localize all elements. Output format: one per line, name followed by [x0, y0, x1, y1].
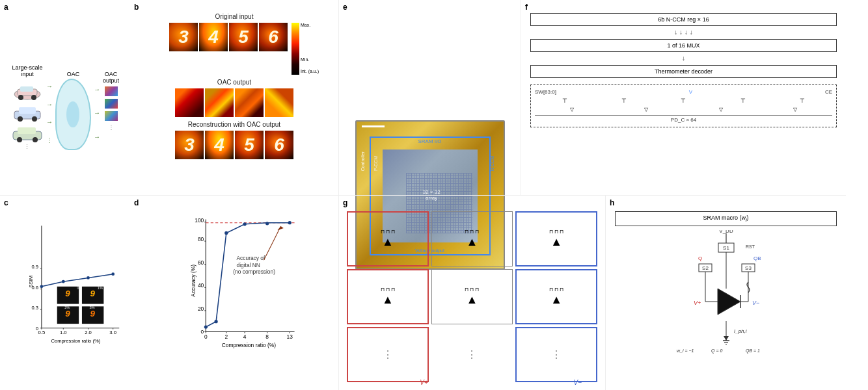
- cell-switches-2-2: ⊓⊓⊓: [465, 287, 479, 292]
- switch-sym-5: ⊤: [800, 98, 805, 104]
- svg-text:V_DD: V_DD: [719, 230, 733, 234]
- car-icon-1: [11, 81, 44, 101]
- arrow-1: →: [46, 83, 53, 90]
- pd-label: PD_C × 64: [671, 117, 696, 123]
- svg-point-11: [17, 137, 22, 142]
- cell-grid: ⊓⊓⊓ ▲ ⊓⊓⊓ ▲ ⊓⊓⊓ ▲ ⊓⊓⊓ ▲ ⊓⊓⊓ ▲ ⊓⊓⊓ ▲: [342, 198, 603, 387]
- reconstruction-title: Reconstruction with OAC output: [188, 121, 280, 128]
- svg-text:2%: 2%: [64, 306, 70, 309]
- digit-4-rec: 4: [205, 131, 234, 159]
- colorbar: [292, 23, 299, 75]
- digit-5-original: 5: [229, 23, 258, 51]
- cell-switches-2-1: ⊓⊓⊓: [381, 287, 395, 292]
- svg-text:100: 100: [195, 217, 204, 224]
- panel-e-label: e: [343, 3, 347, 12]
- svg-point-34: [62, 280, 65, 283]
- digit-5-oac: [235, 88, 264, 117]
- panel-h: h SRAM macro (wi) V_DD S1 RST Q QB: [605, 195, 846, 390]
- svg-text:V+: V+: [694, 300, 701, 306]
- v-plus-label: V+: [420, 379, 428, 386]
- diode-1-3: ▲: [550, 235, 562, 249]
- panel-b: b Original input 3 4 5 6 Max. Min. Int. …: [130, 0, 338, 195]
- svg-text:Q: Q: [698, 255, 702, 261]
- panel-d: d 0 20 40 60 80 100 0 2: [130, 195, 338, 390]
- svg-text:20: 20: [198, 306, 204, 312]
- sw-label: SW[63:0]: [535, 89, 556, 95]
- svg-text:digital NN: digital NN: [237, 262, 260, 268]
- car-icon-3: [11, 123, 44, 142]
- arrow-3: →: [46, 118, 53, 125]
- svg-text:RST: RST: [746, 244, 755, 249]
- svg-point-78: [214, 320, 217, 323]
- panel-c: c 0 0.3 0.6 0.9 0.5 1.0 2.0 3.0: [0, 195, 130, 390]
- svg-text:8: 8: [265, 333, 269, 340]
- svg-text:2: 2: [224, 333, 228, 340]
- svg-text:4: 4: [243, 333, 247, 340]
- digit-6-rec: 6: [265, 131, 293, 159]
- svg-point-3: [18, 95, 23, 100]
- p-ccm-label: P-CCM: [373, 156, 378, 171]
- panel-h-content: SRAM macro (wi) V_DD S1 RST Q QB S2: [608, 198, 843, 387]
- arrow-2: →: [46, 101, 53, 108]
- diode-1-1: ▲: [382, 235, 394, 249]
- panel-f-label: f: [525, 3, 528, 12]
- cell-switches-1-1: ⊓⊓⊓: [381, 229, 395, 235]
- colorbar-unit: Int. (a.u.): [301, 69, 319, 73]
- svg-rect-2: [20, 86, 33, 92]
- svg-text:QB = 1: QB = 1: [746, 348, 760, 354]
- large-scale-label: Large-scaleinput: [11, 64, 44, 77]
- transistor-row: ▽ ▽ ▽ ▽: [535, 107, 832, 112]
- ce-label: CE: [825, 89, 832, 95]
- trans-4: ▽: [793, 107, 797, 112]
- diode-1-2: ▲: [467, 235, 478, 249]
- output-pixel-3: [105, 111, 118, 121]
- svg-point-82: [288, 221, 292, 224]
- svg-text:3.0: 3.0: [109, 330, 116, 335]
- panel-g: g ⊓⊓⊓ ▲ ⊓⊓⊓ ▲ ⊓⊓⊓ ▲ ⊓⊓⊓ ▲ ⊓⊓⊓ ▲: [338, 195, 605, 390]
- diode-2-1: ▲: [382, 293, 394, 307]
- switch-sym-4: ⊤: [740, 98, 746, 104]
- svg-text:1%: 1%: [98, 286, 103, 290]
- svg-point-35: [87, 276, 90, 280]
- cell-1-2: ⊓⊓⊓ ▲: [431, 211, 513, 266]
- cell-switches-1-2: ⊓⊓⊓: [465, 229, 479, 235]
- svg-text:S1: S1: [723, 245, 729, 251]
- cell-2-1: ⊓⊓⊓ ▲: [347, 269, 429, 324]
- oac-element: [55, 79, 91, 150]
- panel-f-content: 6b N-CCM reg × 16 ↓ ↓ ↓ ↓ 1 of 16 MUX ↓ …: [524, 3, 843, 192]
- colorbar-max: Max.: [301, 23, 310, 27]
- digit-4-oac: [205, 88, 234, 117]
- cell-2-3: ⊓⊓⊓ ▲: [515, 269, 597, 324]
- svg-text:0.9: 0.9: [31, 264, 38, 270]
- svg-point-4: [31, 95, 36, 100]
- svg-text:S3: S3: [745, 265, 752, 271]
- arrow-4: ⋮: [46, 136, 53, 144]
- digit-3-rec: 3: [175, 131, 204, 159]
- cell-switches-1-3: ⊓⊓⊓: [549, 229, 563, 235]
- block-mux: 1 of 16 MUX: [530, 39, 837, 52]
- switch-row: ⊤ ⊤ ⊤ ⊤ ⊤: [535, 98, 832, 104]
- block-thermo: Thermometer decoder: [530, 65, 837, 78]
- svg-text:0: 0: [204, 333, 208, 340]
- n-ccm-label: N-CCM: [490, 156, 495, 171]
- svg-point-79: [224, 231, 228, 235]
- svg-text:SSIM: SSIM: [28, 276, 34, 288]
- output-pixel-1: [105, 86, 118, 96]
- svg-marker-99: [718, 289, 740, 315]
- output-dots: ⋮: [108, 124, 115, 131]
- arrow-down-1: ↓ ↓ ↓ ↓: [530, 30, 837, 35]
- trans-2: ▽: [644, 107, 648, 112]
- svg-text:9: 9: [65, 289, 70, 298]
- svg-text:13: 13: [287, 333, 293, 340]
- ssim-chart: 0 0.3 0.6 0.9 0.5 1.0 2.0 3.0 Compressio…: [26, 213, 122, 369]
- svg-point-12: [33, 137, 38, 142]
- v-minus-label: V−: [573, 379, 582, 386]
- out-arrow-3: →: [94, 133, 100, 140]
- svg-text:2.0: 2.0: [85, 330, 92, 335]
- panel-c-chart: 0 0.3 0.6 0.9 0.5 1.0 2.0 3.0 Compressio…: [3, 198, 128, 387]
- block-ncm-reg-text: 6b N-CCM reg × 16: [658, 16, 709, 23]
- svg-text:w_i = −1: w_i = −1: [677, 348, 694, 353]
- svg-point-80: [243, 222, 246, 226]
- svg-text:0: 0: [201, 329, 204, 335]
- svg-point-36: [111, 272, 115, 276]
